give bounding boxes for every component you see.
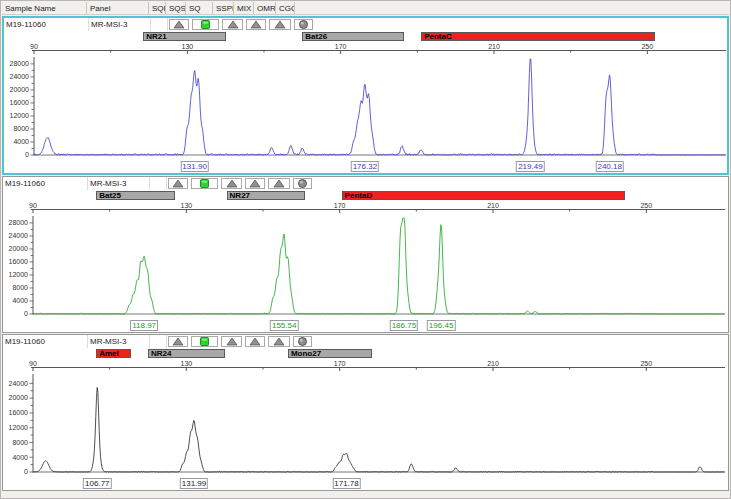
qc-cell-mix[interactable] — [245, 178, 265, 189]
svg-text:130: 130 — [180, 202, 192, 209]
marker-bar-pentac[interactable]: PentaC — [421, 32, 655, 41]
peak-size-label[interactable]: 176.32 — [351, 161, 379, 172]
svg-text:90: 90 — [29, 202, 37, 209]
marker-bar-nr24[interactable]: NR24 — [148, 349, 225, 358]
peak-labels-row: 106.77131.99171.78 — [3, 477, 728, 490]
trace-chart[interactable]: 04000800012000160002000024000 — [3, 371, 728, 477]
svg-text:24000: 24000 — [10, 73, 30, 80]
sample-row-filler — [314, 335, 728, 348]
marker-label: Bat26 — [303, 33, 403, 40]
qc-cell-omr[interactable] — [269, 19, 291, 30]
column-header-sample-name[interactable]: Sample Name — [2, 2, 87, 15]
marker-bar-amel[interactable]: Amel — [96, 349, 131, 358]
peak-size-label[interactable]: 219.49 — [516, 161, 544, 172]
marker-track: NR21Bat26PentaC — [4, 31, 727, 42]
qc-cell-cgq[interactable] — [294, 19, 313, 30]
qc-cell-sqs[interactable] — [169, 19, 189, 30]
size-ruler: 90130170210250 — [4, 42, 729, 54]
electropherogram-block-1[interactable]: M19-11060MR-MSI-3NR21Bat26PentaC90130170… — [2, 16, 729, 175]
marker-bar-bat26[interactable]: Bat26 — [302, 32, 404, 41]
sq-pass-square-icon — [199, 337, 210, 346]
trace-chart[interactable]: 0400080001200016000200002400028000 — [3, 213, 728, 319]
svg-text:20000: 20000 — [10, 86, 30, 93]
column-header-sqs[interactable]: SQS — [166, 2, 186, 15]
peak-labels-row: 118.97155.54186.75196.45 — [3, 319, 728, 332]
qc-cell-sspk[interactable] — [221, 336, 242, 347]
sspk-warning-triangle-icon — [226, 337, 238, 346]
qc-cell-mix[interactable] — [245, 336, 265, 347]
peak-size-label[interactable]: 196.45 — [427, 320, 455, 331]
peak-size-label[interactable]: 155.54 — [270, 320, 298, 331]
peak-size-label[interactable]: 131.90 — [180, 161, 208, 172]
svg-text:4000: 4000 — [12, 454, 28, 461]
svg-text:28000: 28000 — [10, 60, 30, 67]
qc-cell-sqs[interactable] — [168, 178, 188, 189]
peak-size-label[interactable]: 240.18 — [595, 161, 623, 172]
svg-text:0: 0 — [24, 310, 28, 317]
svg-text:24000: 24000 — [9, 380, 29, 387]
column-header-panel[interactable]: Panel — [87, 2, 149, 15]
qc-cell-sq[interactable] — [191, 178, 218, 189]
cgq-sphere-icon — [298, 20, 309, 29]
svg-text:20000: 20000 — [9, 245, 29, 252]
svg-text:16000: 16000 — [9, 258, 29, 265]
column-header-sqd[interactable]: SQD — [149, 2, 166, 15]
marker-bar-pentad[interactable]: PentaD — [342, 191, 626, 200]
qc-cell-cgq[interactable] — [293, 178, 312, 189]
svg-text:170: 170 — [334, 360, 346, 367]
qc-cell-omr[interactable] — [268, 178, 290, 189]
electropherogram-block-3[interactable]: M19-11060MR-MSI-3AmelNR24Mono27901301702… — [2, 334, 729, 491]
sample-row[interactable]: M19-11060MR-MSI-3 — [4, 18, 727, 31]
column-header-mix[interactable]: MIX — [234, 2, 254, 15]
sample-name-cell[interactable]: M19-11060 — [3, 335, 88, 348]
qc-cell-sspk[interactable] — [222, 19, 243, 30]
qc-cell-sq[interactable] — [191, 336, 218, 347]
qc-cell-cgq[interactable] — [293, 336, 312, 347]
sspk-warning-triangle-icon — [226, 179, 238, 188]
header-filler — [295, 2, 729, 15]
svg-text:24000: 24000 — [9, 232, 29, 239]
marker-label: PentaC — [422, 33, 654, 40]
column-header-omr[interactable]: OMR — [254, 2, 276, 15]
svg-text:130: 130 — [181, 43, 193, 50]
sqs-warning-triangle-icon — [172, 179, 184, 188]
electropherogram-trace — [33, 388, 724, 473]
size-ruler: 90130170210250 — [3, 359, 728, 371]
column-header-sspk[interactable]: SSPK — [213, 2, 234, 15]
panel-name-cell[interactable]: MR-MSI-3 — [88, 335, 150, 348]
marker-bar-nr27[interactable]: NR27 — [227, 191, 306, 200]
column-header-sq[interactable]: SQ — [186, 2, 213, 15]
marker-bar-bat25[interactable]: Bat25 — [96, 191, 175, 200]
qc-cell-sqs[interactable] — [168, 336, 188, 347]
qc-cell-omr[interactable] — [268, 336, 290, 347]
sample-row[interactable]: M19-11060MR-MSI-3 — [3, 335, 728, 348]
sample-name-cell[interactable]: M19-11060 — [4, 18, 89, 31]
qc-cell-mix[interactable] — [246, 19, 266, 30]
sspk-warning-triangle-icon — [227, 20, 239, 29]
sample-blocks-container: M19-11060MR-MSI-3NR21Bat26PentaC90130170… — [2, 16, 729, 491]
marker-track: AmelNR24Mono27 — [3, 348, 728, 359]
qc-cell-sspk[interactable] — [221, 178, 242, 189]
peak-size-label[interactable]: 171.78 — [332, 478, 360, 489]
sample-row[interactable]: M19-11060MR-MSI-3 — [3, 177, 728, 190]
marker-bar-mono27[interactable]: Mono27 — [288, 349, 372, 358]
svg-text:8000: 8000 — [13, 125, 29, 132]
panel-name-cell[interactable]: MR-MSI-3 — [89, 18, 151, 31]
marker-bar-nr21[interactable]: NR21 — [143, 32, 225, 41]
peak-size-label[interactable]: 131.99 — [180, 478, 208, 489]
electropherogram-block-2[interactable]: M19-11060MR-MSI-3Bat25NR27PentaD90130170… — [2, 176, 729, 333]
marker-label: NR21 — [144, 33, 224, 40]
svg-text:12000: 12000 — [10, 112, 30, 119]
trace-chart[interactable]: 0400080001200016000200002400028000 — [4, 54, 729, 160]
peak-size-label[interactable]: 106.77 — [83, 478, 111, 489]
svg-text:0: 0 — [25, 151, 29, 158]
column-header-cgq[interactable]: CGQ — [276, 2, 295, 15]
sample-row-filler — [314, 177, 728, 190]
sample-name-cell[interactable]: M19-11060 — [3, 177, 88, 190]
sqs-warning-triangle-icon — [172, 337, 184, 346]
peak-size-label[interactable]: 118.97 — [130, 320, 158, 331]
panel-name-cell[interactable]: MR-MSI-3 — [88, 177, 150, 190]
peak-size-label[interactable]: 186.75 — [390, 320, 418, 331]
omr-warning-triangle-icon — [273, 179, 285, 188]
qc-cell-sq[interactable] — [192, 19, 219, 30]
